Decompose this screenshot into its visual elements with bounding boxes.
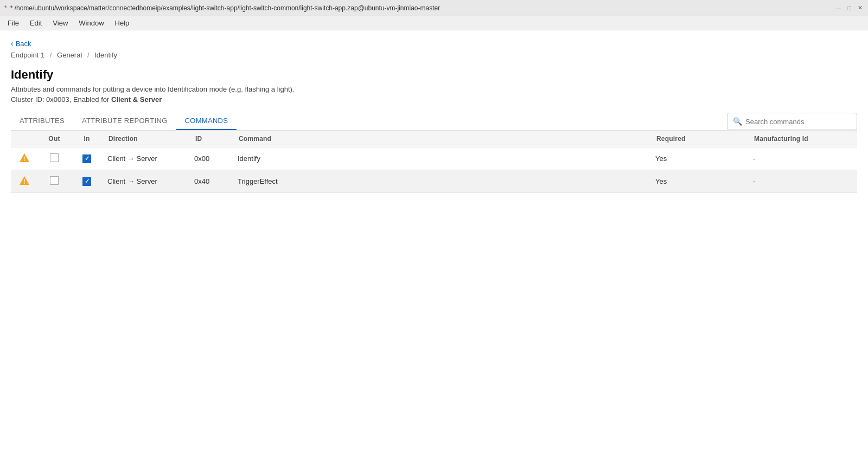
checkbox-out-row1[interactable] <box>50 153 59 162</box>
page-description: Attributes and commands for putting a de… <box>11 85 857 93</box>
menu-help[interactable]: Help <box>110 17 135 29</box>
tabs: ATTRIBUTES ATTRIBUTE REPORTING COMMANDS <box>11 112 237 130</box>
row2-warning-cell: ! <box>11 170 38 193</box>
back-link[interactable]: ‹ Back <box>11 39 31 48</box>
search-box[interactable]: 🔍 <box>727 113 857 130</box>
breadcrumb-identify: Identify <box>94 51 117 59</box>
menu-view[interactable]: View <box>47 17 73 29</box>
th-command: Command <box>233 131 651 147</box>
row1-in-cell[interactable] <box>71 147 103 170</box>
tab-attribute-reporting[interactable]: ATTRIBUTE REPORTING <box>73 112 176 130</box>
main-content: ‹ Back Endpoint 1 / General / Identify I… <box>0 30 868 464</box>
titlebar-left: * * /home/ubuntu/workspace/matter/connec… <box>4 4 440 12</box>
warning-icon: ! <box>19 153 30 163</box>
row2-command: TriggerEffect <box>233 170 651 193</box>
th-in: In <box>71 131 103 147</box>
back-label: Back <box>16 40 31 48</box>
titlebar: * * /home/ubuntu/workspace/matter/connec… <box>0 0 868 16</box>
breadcrumb-endpoint: Endpoint 1 <box>11 51 44 59</box>
row1-out-cell[interactable] <box>38 147 71 170</box>
breadcrumb: Endpoint 1 / General / Identify <box>11 51 857 59</box>
row2-out-cell[interactable] <box>38 170 71 193</box>
row2-required: Yes <box>651 170 749 193</box>
search-input[interactable] <box>745 118 851 126</box>
search-icon: 🔍 <box>733 117 742 126</box>
table-row: ! Client → Server 0x00 Identify <box>11 147 857 170</box>
th-direction: Direction <box>103 131 190 147</box>
th-warning <box>11 131 38 147</box>
back-arrow-icon: ‹ <box>11 39 14 48</box>
close-button[interactable]: ✕ <box>856 4 864 12</box>
warning-icon: ! <box>19 176 30 185</box>
menu-window[interactable]: Window <box>73 17 109 29</box>
th-out: Out <box>38 131 71 147</box>
breadcrumb-sep-1: / <box>50 51 52 59</box>
minimize-button[interactable]: — <box>834 4 842 12</box>
cluster-info: Cluster ID: 0x0003, Enabled for Client &… <box>11 95 857 104</box>
maximize-button[interactable]: □ <box>845 4 853 12</box>
cluster-mode-text: Client & Server <box>111 95 162 104</box>
tabs-search-row: ATTRIBUTES ATTRIBUTE REPORTING COMMANDS … <box>11 112 857 130</box>
table-row: ! Client → Server 0x40 TriggerEffect <box>11 170 857 193</box>
breadcrumb-sep-2: / <box>87 51 90 59</box>
tab-attributes[interactable]: ATTRIBUTES <box>11 112 73 130</box>
file-modified-icon: * <box>4 4 7 12</box>
row1-direction: Client → Server <box>103 147 190 170</box>
row1-mfg-id: - <box>749 147 857 170</box>
checkbox-in-row1[interactable] <box>82 154 91 163</box>
menu-edit[interactable]: Edit <box>24 17 47 29</box>
row2-direction: Client → Server <box>103 170 190 193</box>
row1-required: Yes <box>651 147 749 170</box>
commands-table: Out In Direction ID Command Required Man… <box>11 131 857 193</box>
tab-commands[interactable]: COMMANDS <box>176 112 237 130</box>
row2-id: 0x40 <box>190 170 233 193</box>
titlebar-controls[interactable]: — □ ✕ <box>834 4 864 12</box>
th-mfg-id: Manufacturing Id <box>749 131 857 147</box>
row1-warning-cell: ! <box>11 147 38 170</box>
row1-command: Identify <box>233 147 651 170</box>
row1-id: 0x00 <box>190 147 233 170</box>
svg-text:!: ! <box>23 156 25 162</box>
svg-text:!: ! <box>23 179 25 185</box>
th-id: ID <box>190 131 233 147</box>
table-header: Out In Direction ID Command Required Man… <box>11 131 857 147</box>
page-title: Identify <box>11 68 857 82</box>
menu-file[interactable]: File <box>2 17 24 29</box>
menubar: File Edit View Window Help <box>0 16 868 30</box>
table-body: ! Client → Server 0x00 Identify <box>11 147 857 193</box>
th-required: Required <box>651 131 749 147</box>
checkbox-in-row2[interactable] <box>82 177 91 186</box>
row2-mfg-id: - <box>749 170 857 193</box>
breadcrumb-general: General <box>57 51 82 59</box>
header-row: Out In Direction ID Command Required Man… <box>11 131 857 147</box>
row2-in-cell[interactable] <box>71 170 103 193</box>
cluster-id-text: Cluster ID: 0x0003, Enabled for <box>11 95 109 104</box>
titlebar-title: * /home/ubuntu/workspace/matter/connecte… <box>10 4 441 12</box>
checkbox-out-row2[interactable] <box>50 176 59 185</box>
